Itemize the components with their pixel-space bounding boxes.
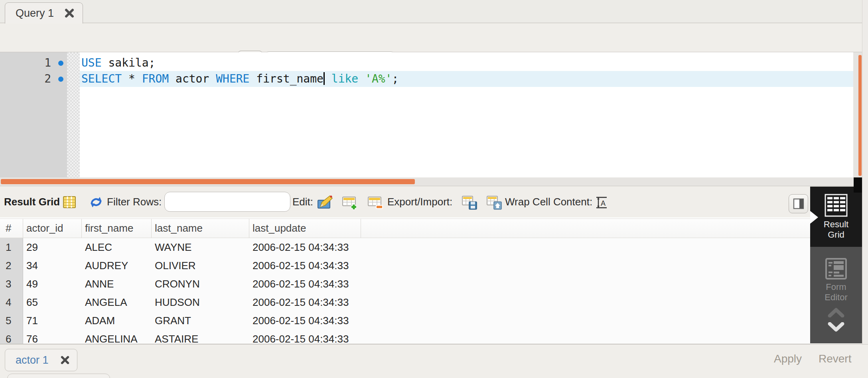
table-row[interactable]: 676ANGELINAASTAIRE2006-02-15 04:34:33: [0, 330, 810, 344]
editor-vscrollbar-thumb[interactable]: [858, 55, 862, 176]
table-cell[interactable]: ANGELINA: [82, 330, 152, 344]
edit-record-icon[interactable]: [316, 194, 333, 211]
panel-scroll-up-icon[interactable]: [827, 308, 845, 317]
column-header-first_name[interactable]: first_name: [82, 219, 152, 238]
result-grid-toolbar: Result Grid Filter Rows: Edit: Export/Im…: [0, 186, 810, 217]
table-cell[interactable]: ALEC: [82, 238, 152, 256]
form-editor-panel-label: Form Editor: [810, 282, 862, 303]
sql-token: 'A%': [365, 72, 392, 85]
table-row[interactable]: 571ADAMGRANT2006-02-15 04:34:33: [0, 311, 810, 330]
sql-token: like: [325, 72, 358, 85]
filter-rows-input[interactable]: [174, 196, 303, 208]
sql-token: *: [122, 72, 142, 85]
query-tab-bar: Query 1: [0, 0, 868, 23]
delete-row-icon[interactable]: [367, 195, 384, 211]
close-tab-icon[interactable]: [64, 8, 75, 18]
table-cell[interactable]: AUDREY: [82, 256, 152, 275]
grid-header-row: #actor_idfirst_namelast_namelast_update: [0, 219, 810, 238]
table-cell[interactable]: 2006-02-15 04:34:33: [249, 275, 361, 293]
table-cell[interactable]: ASTAIRE: [152, 330, 249, 344]
sql-token: SELECT: [81, 72, 122, 85]
table-row[interactable]: 129ALECWAYNE2006-02-15 04:34:33: [0, 238, 810, 256]
query-tab-label: Query 1: [16, 7, 64, 20]
row-number-cell[interactable]: 2: [0, 256, 23, 275]
column-header-last_name[interactable]: last_name: [152, 219, 249, 238]
close-result-tab-icon[interactable]: [60, 355, 70, 365]
table-cell[interactable]: HUDSON: [152, 293, 249, 311]
edit-label: Edit:: [292, 186, 313, 217]
import-records-icon[interactable]: [486, 195, 503, 211]
sql-token: USE: [81, 56, 102, 69]
row-number-cell[interactable]: 4: [0, 293, 23, 311]
column-header-row-number[interactable]: #: [0, 219, 23, 238]
export-recordset-icon[interactable]: [461, 195, 478, 211]
scrollbar-corner: [854, 177, 862, 193]
sql-editor[interactable]: 1USE sakila;2SELECT * FROM actor WHERE f…: [0, 52, 868, 177]
insert-row-icon[interactable]: [341, 195, 358, 211]
table-cell[interactable]: 71: [23, 311, 82, 330]
row-number-cell[interactable]: 1: [0, 238, 23, 256]
table-row[interactable]: 349ANNECRONYN2006-02-15 04:34:33: [0, 275, 810, 293]
table-cell[interactable]: GRANT: [152, 311, 249, 330]
table-cell[interactable]: 2006-02-15 04:34:33: [249, 238, 361, 256]
mysql-workbench-query-window: Query 1: [0, 0, 868, 378]
result-grid-title: Result Grid: [4, 186, 60, 217]
row-number-cell[interactable]: 5: [0, 311, 23, 330]
line-number: 1: [0, 55, 51, 71]
export-import-label: Export/Import:: [387, 186, 452, 217]
editor-toolbar: Limit to 1000 rows ¶: [0, 23, 868, 52]
table-cell[interactable]: 49: [23, 275, 82, 293]
table-cell[interactable]: CRONYN: [152, 275, 249, 293]
column-header-actor_id[interactable]: actor_id: [23, 219, 82, 238]
next-result-tab-partial: [7, 374, 110, 378]
filter-rows-label: Filter Rows:: [107, 186, 162, 217]
sql-token: [358, 72, 365, 85]
row-number-cell[interactable]: 6: [0, 330, 23, 344]
table-cell[interactable]: OLIVIER: [152, 256, 249, 275]
table-cell[interactable]: 29: [23, 238, 82, 256]
table-row[interactable]: 234AUDREYOLIVIER2006-02-15 04:34:33: [0, 256, 810, 275]
table-cell[interactable]: 2006-02-15 04:34:33: [249, 330, 361, 344]
revert-button[interactable]: Revert: [819, 349, 851, 368]
editor-hscrollbar-thumb[interactable]: [1, 179, 415, 184]
table-cell[interactable]: WAYNE: [152, 238, 249, 256]
sql-token: sakila;: [102, 56, 156, 69]
statement-marker-dot: [58, 61, 63, 66]
column-header-last_update[interactable]: last_update: [249, 219, 361, 238]
table-cell[interactable]: 2006-02-15 04:34:33: [249, 311, 361, 330]
result-grid-panel-icon: [824, 193, 848, 218]
column-header-filler: [361, 219, 810, 238]
sql-token: first_name: [249, 72, 323, 85]
code-text: SELECT * FROM actor WHERE first_name lik…: [81, 71, 398, 87]
apply-button[interactable]: Apply: [774, 349, 802, 368]
table-cell[interactable]: ANNE: [82, 275, 152, 293]
code-line[interactable]: 1USE sakila;: [0, 55, 868, 71]
panel-scroll-down-icon[interactable]: [827, 322, 845, 332]
table-cell[interactable]: ANGELA: [82, 293, 152, 311]
wrap-cell-content-icon[interactable]: A: [594, 195, 609, 210]
code-line[interactable]: 2SELECT * FROM actor WHERE first_name li…: [0, 71, 868, 87]
table-cell[interactable]: ADAM: [82, 311, 152, 330]
toggle-side-panel-button[interactable]: [789, 194, 808, 213]
filter-rows-searchbox[interactable]: [164, 192, 290, 212]
table-cell[interactable]: 65: [23, 293, 82, 311]
tab-actor-1[interactable]: actor 1: [5, 349, 77, 371]
grid-rows: 129ALECWAYNE2006-02-15 04:34:33234AUDREY…: [0, 238, 810, 344]
form-editor-panel-icon: [825, 257, 848, 280]
window-right-margin: [862, 0, 868, 378]
result-tab-bar: actor 1 Apply Revert: [0, 344, 868, 378]
refresh-icon[interactable]: [89, 195, 104, 210]
row-number-cell[interactable]: 3: [0, 275, 23, 293]
table-cell[interactable]: 2006-02-15 04:34:33: [249, 293, 361, 311]
side-panel-item-form-editor[interactable]: Form Editor: [810, 247, 862, 311]
result-grid-icon: [62, 195, 77, 209]
table-cell[interactable]: 2006-02-15 04:34:33: [249, 256, 361, 275]
result-side-panel: Result Grid Form Editor: [810, 187, 862, 343]
table-cell[interactable]: 76: [23, 330, 82, 344]
table-cell[interactable]: 34: [23, 256, 82, 275]
result-tab-label: actor 1: [16, 354, 60, 366]
sql-token: WHERE: [216, 72, 249, 85]
table-row[interactable]: 465ANGELAHUDSON2006-02-15 04:34:33: [0, 293, 810, 311]
tab-query-1[interactable]: Query 1: [5, 2, 83, 24]
code-text: USE sakila;: [81, 55, 155, 71]
